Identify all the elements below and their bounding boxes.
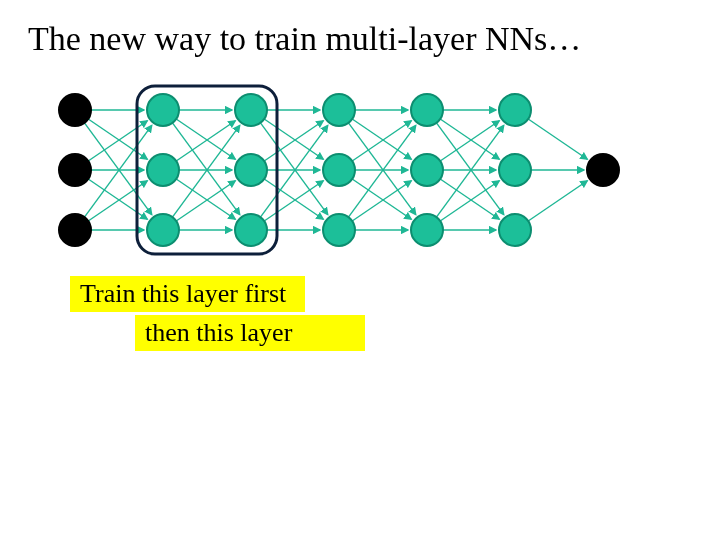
nn-node [411,94,443,126]
nn-node [59,154,91,186]
nn-node [499,94,531,126]
nn-node [323,154,355,186]
nn-node [147,94,179,126]
nn-node [147,154,179,186]
nn-node [411,154,443,186]
nn-node [59,214,91,246]
nn-node [587,154,619,186]
nn-node [59,94,91,126]
nn-diagram [45,80,645,260]
nn-node [235,154,267,186]
nn-node [323,94,355,126]
nn-node [323,214,355,246]
nn-node [499,214,531,246]
caption-second: then this layer [135,315,365,351]
nn-node [235,214,267,246]
nn-node [235,94,267,126]
svg-line-45 [528,119,587,159]
svg-line-47 [528,181,587,221]
slide-title: The new way to train multi-layer NNs… [28,20,688,58]
nn-node [147,214,179,246]
nn-node [499,154,531,186]
nn-node [411,214,443,246]
caption-first: Train this layer first [70,276,305,312]
nn-svg [45,80,645,260]
